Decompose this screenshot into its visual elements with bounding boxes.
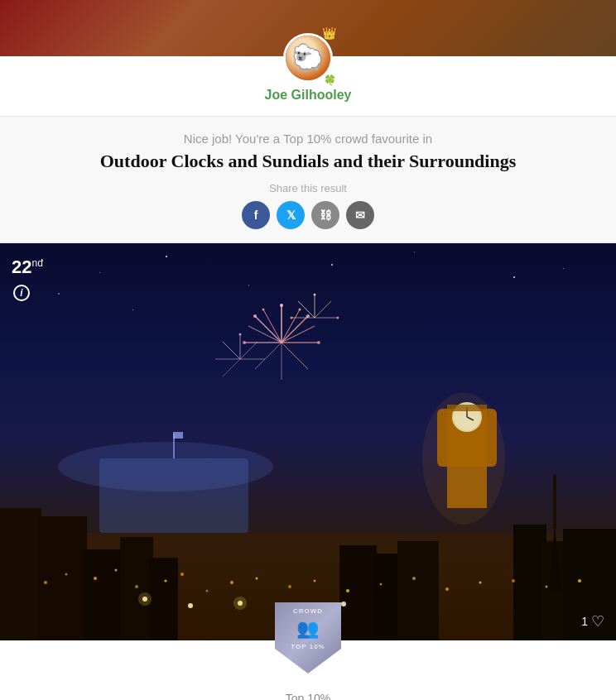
svg-point-18: [262, 309, 265, 311]
rank-badge: 22nd: [12, 257, 43, 278]
svg-point-67: [412, 577, 416, 580]
like-count: 1 ♡: [581, 612, 604, 630]
link-icon: ⛓: [320, 209, 331, 222]
svg-rect-51: [373, 554, 402, 640]
svg-point-65: [346, 589, 349, 592]
svg-line-1: [282, 316, 308, 343]
svg-point-26: [291, 317, 293, 319]
svg-point-74: [188, 603, 193, 608]
crowd-badge-section: CROWD 👥 TOP 10% Top 10%: [0, 640, 616, 700]
star: [248, 285, 249, 285]
share-link-button[interactable]: ⛓: [311, 201, 339, 229]
facebook-icon: f: [254, 209, 258, 222]
svg-point-66: [380, 583, 383, 586]
svg-point-15: [243, 341, 246, 344]
star: [331, 264, 333, 266]
svg-point-57: [135, 585, 138, 588]
svg-rect-38: [21, 558, 37, 640]
svg-point-86: [454, 404, 480, 430]
star: [58, 293, 60, 295]
crowd-people-icon: 👥: [296, 618, 319, 640]
svg-point-35: [422, 392, 505, 525]
shield-inner: CROWD 👥 TOP 10%: [291, 607, 325, 650]
svg-point-58: [165, 580, 167, 583]
svg-point-14: [317, 341, 320, 344]
star: [132, 309, 133, 310]
achievement-section: Nice job! You're a Top 10% crowd favouri…: [0, 116, 616, 243]
star: [563, 268, 564, 269]
crowd-badge-overlay: CROWD 👥 TOP 10%: [275, 601, 341, 675]
crowd-shield: CROWD 👥 TOP 10%: [275, 601, 341, 675]
star: [414, 252, 415, 252]
svg-rect-80: [99, 458, 248, 533]
avatar-container: 👑 🍀: [283, 33, 333, 83]
leaf-badge: 🍀: [324, 74, 336, 86]
svg-rect-89: [447, 405, 487, 411]
rank-number: 22: [12, 257, 31, 277]
star: [99, 272, 100, 273]
twitter-icon: 𝕏: [286, 209, 296, 222]
svg-point-70: [512, 579, 515, 583]
svg-rect-40: [50, 549, 62, 640]
svg-rect-48: [120, 537, 153, 640]
top10-label: Top 10%: [286, 692, 330, 700]
photo-section: 22nd i 1 ♡: [0, 243, 616, 640]
svg-rect-41: [58, 529, 87, 640]
svg-line-28: [240, 342, 257, 359]
share-facebook-button[interactable]: f: [242, 201, 270, 229]
info-icon[interactable]: i: [13, 285, 30, 301]
like-number: 1: [581, 615, 588, 628]
svg-point-64: [314, 580, 316, 583]
svg-rect-50: [339, 545, 377, 640]
email-icon: ✉: [355, 209, 365, 222]
night-cityscape: 22nd i 1 ♡: [0, 243, 616, 640]
svg-line-88: [467, 417, 474, 420]
svg-point-73: [142, 597, 147, 602]
svg-marker-78: [549, 525, 561, 591]
svg-point-56: [115, 569, 118, 572]
rank-suffix: nd: [31, 257, 42, 269]
svg-point-24: [314, 294, 316, 296]
svg-rect-84: [437, 409, 497, 467]
svg-line-8: [282, 309, 300, 343]
svg-line-9: [282, 326, 315, 343]
star: [166, 256, 167, 257]
profile-section: 👑 🍀 Joe Gilhooley: [0, 56, 616, 116]
heart-icon[interactable]: ♡: [591, 612, 604, 630]
svg-point-61: [230, 581, 233, 584]
svg-rect-83: [447, 409, 487, 508]
svg-point-77: [341, 602, 346, 607]
svg-point-53: [44, 581, 47, 584]
crown-badge: 👑: [322, 26, 336, 40]
svg-point-59: [180, 573, 184, 576]
svg-point-34: [58, 442, 273, 491]
crowd-label: CROWD: [293, 607, 323, 615]
top-percent-label: TOP 10%: [291, 643, 325, 650]
svg-point-85: [452, 402, 482, 432]
svg-rect-45: [542, 541, 567, 640]
share-buttons: f 𝕏 ⛓ ✉: [33, 201, 583, 229]
svg-point-12: [280, 304, 283, 307]
share-email-button[interactable]: ✉: [346, 201, 374, 229]
svg-rect-82: [173, 432, 183, 439]
svg-line-5: [255, 343, 282, 369]
svg-rect-52: [397, 541, 439, 640]
svg-line-32: [223, 359, 240, 376]
svg-rect-42: [0, 508, 41, 640]
username[interactable]: Joe Gilhooley: [265, 88, 352, 103]
svg-line-3: [282, 343, 308, 369]
svg-point-68: [445, 587, 449, 591]
svg-line-11: [248, 326, 282, 343]
avatar-image: [286, 36, 330, 80]
achievement-title: Outdoor Clocks and Sundials and their Su…: [33, 151, 583, 172]
fireworks-svg: [0, 243, 616, 640]
svg-point-72: [578, 579, 581, 583]
star: [513, 276, 515, 278]
svg-point-13: [306, 314, 310, 318]
svg-point-16: [253, 314, 257, 318]
svg-rect-43: [37, 516, 87, 640]
achievement-subtitle: Nice job! You're a Top 10% crowd favouri…: [33, 132, 583, 146]
svg-line-7: [255, 316, 282, 343]
share-twitter-button[interactable]: 𝕏: [277, 201, 305, 229]
svg-rect-47: [83, 549, 124, 640]
